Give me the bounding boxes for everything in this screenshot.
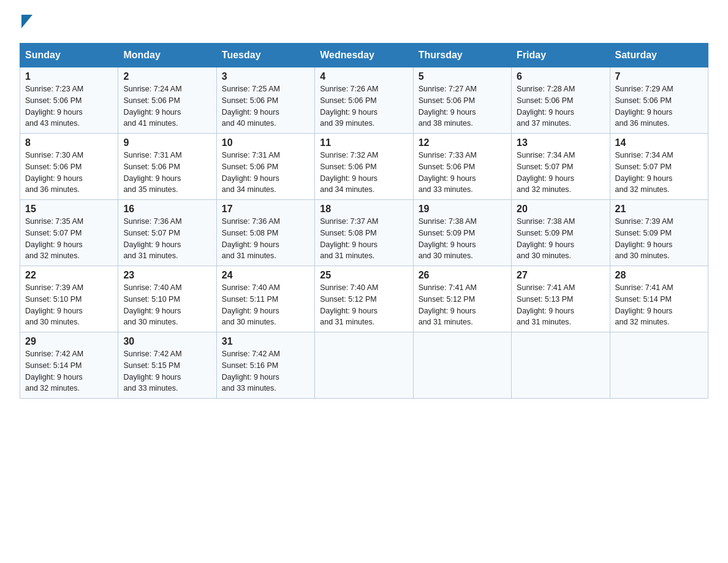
day-number: 22 [25,270,113,281]
calendar-day-cell: 4 Sunrise: 7:26 AMSunset: 5:06 PMDayligh… [315,67,413,134]
day-info: Sunrise: 7:39 AMSunset: 5:09 PMDaylight:… [615,217,673,260]
day-number: 16 [123,204,211,215]
day-number: 8 [25,137,113,148]
calendar-week-row: 29 Sunrise: 7:42 AMSunset: 5:14 PMDaylig… [20,332,708,399]
page-header [20,15,708,31]
calendar-day-cell [315,332,413,399]
day-number: 20 [517,204,604,215]
day-info: Sunrise: 7:25 AMSunset: 5:06 PMDaylight:… [222,85,280,128]
day-number: 26 [419,270,506,281]
day-info: Sunrise: 7:23 AMSunset: 5:06 PMDaylight:… [25,85,83,128]
calendar-day-cell: 14 Sunrise: 7:34 AMSunset: 5:07 PMDaylig… [610,134,708,200]
day-of-week-header: Wednesday [315,44,413,67]
day-number: 10 [222,137,309,148]
day-number: 14 [615,137,703,148]
day-number: 29 [25,336,113,347]
calendar-day-cell: 3 Sunrise: 7:25 AMSunset: 5:06 PMDayligh… [216,67,314,134]
calendar-day-cell: 7 Sunrise: 7:29 AMSunset: 5:06 PMDayligh… [610,67,708,134]
day-info: Sunrise: 7:40 AMSunset: 5:12 PMDaylight:… [320,283,378,326]
day-number: 31 [222,336,309,347]
calendar-day-cell [610,332,708,399]
day-of-week-header: Tuesday [216,44,314,67]
logo-triangle-icon [21,15,32,31]
calendar-day-cell: 11 Sunrise: 7:32 AMSunset: 5:06 PMDaylig… [315,134,413,200]
day-number: 2 [123,71,211,82]
day-number: 3 [222,71,309,82]
day-of-week-header: Thursday [413,44,511,67]
calendar-week-row: 1 Sunrise: 7:23 AMSunset: 5:06 PMDayligh… [20,67,708,134]
calendar-day-cell [512,332,610,399]
calendar-day-cell: 25 Sunrise: 7:40 AMSunset: 5:12 PMDaylig… [315,266,413,332]
day-of-week-header: Monday [118,44,216,67]
day-number: 4 [320,71,408,82]
calendar-day-cell: 12 Sunrise: 7:33 AMSunset: 5:06 PMDaylig… [413,134,511,200]
calendar-day-cell: 16 Sunrise: 7:36 AMSunset: 5:07 PMDaylig… [118,200,216,266]
calendar-day-cell: 29 Sunrise: 7:42 AMSunset: 5:14 PMDaylig… [20,332,118,399]
day-of-week-header: Sunday [20,44,118,67]
svg-marker-0 [21,15,32,28]
calendar-day-cell: 23 Sunrise: 7:40 AMSunset: 5:10 PMDaylig… [118,266,216,332]
calendar-table: SundayMondayTuesdayWednesdayThursdayFrid… [20,43,708,399]
calendar-day-cell: 8 Sunrise: 7:30 AMSunset: 5:06 PMDayligh… [20,134,118,200]
calendar-week-row: 22 Sunrise: 7:39 AMSunset: 5:10 PMDaylig… [20,266,708,332]
day-number: 7 [615,71,703,82]
day-info: Sunrise: 7:39 AMSunset: 5:10 PMDaylight:… [25,283,83,326]
day-info: Sunrise: 7:42 AMSunset: 5:16 PMDaylight:… [222,350,280,393]
calendar-day-cell: 28 Sunrise: 7:41 AMSunset: 5:14 PMDaylig… [610,266,708,332]
day-info: Sunrise: 7:24 AMSunset: 5:06 PMDaylight:… [123,85,181,128]
day-info: Sunrise: 7:40 AMSunset: 5:10 PMDaylight:… [123,283,181,326]
calendar-day-cell: 17 Sunrise: 7:36 AMSunset: 5:08 PMDaylig… [216,200,314,266]
day-info: Sunrise: 7:27 AMSunset: 5:06 PMDaylight:… [419,85,477,128]
day-info: Sunrise: 7:40 AMSunset: 5:11 PMDaylight:… [222,283,280,326]
day-number: 9 [123,137,211,148]
day-info: Sunrise: 7:29 AMSunset: 5:06 PMDaylight:… [615,85,673,128]
day-info: Sunrise: 7:36 AMSunset: 5:08 PMDaylight:… [222,217,280,260]
day-info: Sunrise: 7:32 AMSunset: 5:06 PMDaylight:… [320,151,378,194]
calendar-week-row: 15 Sunrise: 7:35 AMSunset: 5:07 PMDaylig… [20,200,708,266]
day-number: 1 [25,71,113,82]
day-number: 15 [25,204,113,215]
day-number: 23 [123,270,211,281]
calendar-day-cell: 27 Sunrise: 7:41 AMSunset: 5:13 PMDaylig… [512,266,610,332]
day-info: Sunrise: 7:28 AMSunset: 5:06 PMDaylight:… [517,85,575,128]
calendar-day-cell: 6 Sunrise: 7:28 AMSunset: 5:06 PMDayligh… [512,67,610,134]
day-number: 12 [419,137,506,148]
calendar-day-cell: 10 Sunrise: 7:31 AMSunset: 5:06 PMDaylig… [216,134,314,200]
calendar-day-cell: 22 Sunrise: 7:39 AMSunset: 5:10 PMDaylig… [20,266,118,332]
calendar-day-cell [413,332,511,399]
day-of-week-header: Saturday [610,44,708,67]
calendar-day-cell: 9 Sunrise: 7:31 AMSunset: 5:06 PMDayligh… [118,134,216,200]
day-info: Sunrise: 7:42 AMSunset: 5:15 PMDaylight:… [123,350,181,393]
day-info: Sunrise: 7:41 AMSunset: 5:13 PMDaylight:… [517,283,575,326]
calendar-day-cell: 24 Sunrise: 7:40 AMSunset: 5:11 PMDaylig… [216,266,314,332]
day-number: 27 [517,270,604,281]
day-info: Sunrise: 7:34 AMSunset: 5:07 PMDaylight:… [517,151,575,194]
day-number: 21 [615,204,703,215]
calendar-day-cell: 26 Sunrise: 7:41 AMSunset: 5:12 PMDaylig… [413,266,511,332]
calendar-header-row: SundayMondayTuesdayWednesdayThursdayFrid… [20,44,708,67]
day-info: Sunrise: 7:35 AMSunset: 5:07 PMDaylight:… [25,217,83,260]
logo [20,15,32,31]
day-info: Sunrise: 7:31 AMSunset: 5:06 PMDaylight:… [123,151,181,194]
day-number: 19 [419,204,506,215]
calendar-day-cell: 20 Sunrise: 7:38 AMSunset: 5:09 PMDaylig… [512,200,610,266]
day-number: 11 [320,137,408,148]
day-number: 6 [517,71,604,82]
day-of-week-header: Friday [512,44,610,67]
day-number: 17 [222,204,309,215]
day-info: Sunrise: 7:31 AMSunset: 5:06 PMDaylight:… [222,151,280,194]
day-info: Sunrise: 7:30 AMSunset: 5:06 PMDaylight:… [25,151,83,194]
day-number: 30 [123,336,211,347]
calendar-day-cell: 1 Sunrise: 7:23 AMSunset: 5:06 PMDayligh… [20,67,118,134]
calendar-day-cell: 31 Sunrise: 7:42 AMSunset: 5:16 PMDaylig… [216,332,314,399]
day-info: Sunrise: 7:38 AMSunset: 5:09 PMDaylight:… [419,217,477,260]
day-number: 24 [222,270,309,281]
day-info: Sunrise: 7:33 AMSunset: 5:06 PMDaylight:… [419,151,477,194]
calendar-day-cell: 19 Sunrise: 7:38 AMSunset: 5:09 PMDaylig… [413,200,511,266]
day-number: 25 [320,270,408,281]
day-info: Sunrise: 7:36 AMSunset: 5:07 PMDaylight:… [123,217,181,260]
day-info: Sunrise: 7:38 AMSunset: 5:09 PMDaylight:… [517,217,575,260]
calendar-week-row: 8 Sunrise: 7:30 AMSunset: 5:06 PMDayligh… [20,134,708,200]
calendar-day-cell: 30 Sunrise: 7:42 AMSunset: 5:15 PMDaylig… [118,332,216,399]
calendar-day-cell: 2 Sunrise: 7:24 AMSunset: 5:06 PMDayligh… [118,67,216,134]
